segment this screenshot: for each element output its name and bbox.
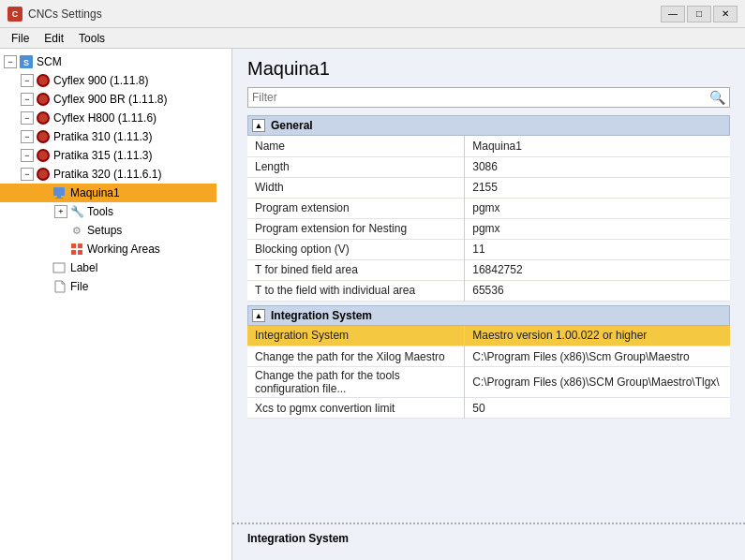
tree-item-file[interactable]: File	[0, 277, 216, 296]
svg-rect-3	[57, 196, 61, 198]
prop-name-name: Name	[247, 136, 465, 156]
tree-label-scm: SCM	[37, 55, 62, 68]
collapse-integration[interactable]: ▲	[252, 309, 265, 322]
table-row: Program extension for Nesting pgmx	[247, 218, 730, 239]
menu-file[interactable]: File	[4, 30, 37, 47]
machine-icon-pratika320	[36, 167, 51, 182]
machine-icon-cyflex900	[36, 73, 51, 88]
table-row: Change the path for the Xilog Maestro C:…	[247, 346, 730, 367]
expand-pratika315[interactable]: −	[21, 149, 34, 162]
expand-cyflex800[interactable]: −	[21, 111, 34, 125]
tree-item-label[interactable]: Label	[0, 258, 216, 277]
section-general: ▲ General	[247, 115, 730, 136]
expand-pratika310[interactable]: −	[21, 130, 34, 143]
prop-name-xcslimit: Xcs to pgmx convertion limit	[247, 398, 465, 419]
expand-cyflex900[interactable]: −	[21, 74, 34, 87]
svg-rect-9	[53, 263, 65, 273]
right-panel: Maquina1 🔍 ▲ General Name Maquina1 Lengt…	[232, 49, 745, 560]
tree-label-cyflex800: Cyflex H800 (1.11.6)	[53, 111, 156, 125]
machine-icon-pratika315	[36, 148, 51, 163]
prop-name-xilog: Change the path for the Xilog Maestro	[247, 346, 465, 367]
svg-rect-8	[78, 250, 82, 255]
tools-icon: 🔧	[69, 204, 84, 219]
section-general-label: General	[271, 119, 313, 132]
tree-item-pratika320[interactable]: − Pratika 320 (1.11.6.1)	[0, 165, 216, 184]
prop-name-blocking: Blocking option (V)	[247, 239, 465, 259]
window-title: CNCs Settings	[28, 7, 661, 21]
menu-edit[interactable]: Edit	[37, 30, 71, 47]
tree-label-workingareas: Working Areas	[87, 243, 160, 256]
svg-rect-2	[53, 187, 65, 196]
table-row: Xcs to pgmx convertion limit 50	[247, 398, 730, 419]
tree-item-maquina1[interactable]: Maquina1	[0, 184, 216, 202]
prop-name-progext: Program extension	[247, 198, 465, 218]
table-row: Blocking option (V) 11	[247, 239, 730, 259]
prop-value-intsys: Maestro version 1.00.022 or higher	[465, 326, 730, 346]
maximize-button[interactable]: □	[687, 6, 711, 22]
prop-name-tbined: T for bined field area	[247, 259, 465, 280]
tree-label-setups: Setups	[87, 224, 122, 237]
prop-name-length: Length	[247, 156, 465, 177]
table-row: Width 2155	[247, 177, 730, 198]
table-row: T for bined field area 16842752	[247, 259, 730, 280]
prop-value-progext: pgmx	[465, 198, 730, 218]
svg-text:S: S	[23, 58, 29, 67]
filter-input[interactable]	[252, 91, 709, 104]
label-icon	[52, 260, 67, 275]
expand-pratika320[interactable]: −	[21, 168, 34, 181]
prop-value-progextnesting: pgmx	[465, 218, 730, 239]
menu-tools[interactable]: Tools	[71, 30, 112, 47]
status-text: Integration System	[247, 532, 349, 545]
title-bar: C CNCs Settings — □ ✕	[0, 0, 745, 28]
section-integration: ▲ Integration System	[247, 305, 730, 326]
machine-icon-pratika310	[36, 129, 51, 144]
tree-label-cyflex900br: Cyflex 900 BR (1.11.8)	[53, 93, 167, 106]
prop-value-xilog: C:\Program Files (x86)\Scm Group\Maestro	[465, 346, 730, 367]
table-row: Change the path for the tools configurat…	[247, 367, 730, 398]
prop-name-toolsconfig: Change the path for the tools configurat…	[247, 367, 465, 398]
table-row: Length 3086	[247, 156, 730, 177]
table-row: Program extension pgmx	[247, 198, 730, 218]
tree-item-pratika315[interactable]: − Pratika 315 (1.11.3)	[0, 146, 216, 165]
prop-name-width: Width	[247, 177, 465, 198]
tree-label-label: Label	[70, 261, 97, 274]
integration-table: Integration System Maestro version 1.00.…	[247, 326, 730, 420]
main-layout: − S SCM − Cyflex 900 (1.11.8) −	[0, 49, 745, 560]
menu-bar: File Edit Tools	[0, 28, 745, 49]
tree-item-setups[interactable]: ⚙ Setups	[0, 221, 216, 240]
table-row: Name Maquina1	[247, 136, 730, 156]
grid-icon	[69, 242, 84, 257]
app-icon: C	[7, 7, 22, 22]
panel-title: Maquina1	[232, 49, 745, 87]
prop-name-tindividual: T to the field with individual area	[247, 280, 465, 301]
close-button[interactable]: ✕	[713, 6, 738, 22]
machine-icon-cyflex900br	[36, 92, 51, 107]
computer-icon-maquina1	[52, 185, 67, 200]
table-row: Integration System Maestro version 1.00.…	[247, 326, 730, 346]
collapse-general[interactable]: ▲	[252, 119, 265, 132]
tree-item-cyflex900br[interactable]: − Cyflex 900 BR (1.11.8)	[0, 90, 216, 109]
expand-scm[interactable]: −	[4, 55, 17, 68]
filter-bar: 🔍	[247, 87, 730, 108]
prop-value-length: 3086	[465, 156, 730, 177]
minimize-button[interactable]: —	[661, 6, 685, 22]
tree-label-file: File	[70, 280, 88, 293]
search-icon: 🔍	[709, 90, 725, 105]
tree-item-cyflex800[interactable]: − Cyflex H800 (1.11.6)	[0, 109, 216, 127]
tree-item-tools[interactable]: + 🔧 Tools	[0, 202, 216, 221]
svg-rect-4	[55, 198, 63, 199]
tree-label-pratika320: Pratika 320 (1.11.6.1)	[53, 168, 161, 181]
svg-rect-5	[71, 243, 76, 248]
expand-tools[interactable]: +	[54, 205, 67, 218]
tree-item-workingareas[interactable]: Working Areas	[0, 240, 216, 258]
status-bar: Integration System	[232, 523, 745, 560]
svg-rect-7	[71, 250, 76, 255]
prop-value-blocking: 11	[465, 239, 730, 259]
file-icon	[52, 279, 67, 294]
tree-item-pratika310[interactable]: − Pratika 310 (1.11.3)	[0, 127, 216, 146]
expand-cyflex900br[interactable]: −	[21, 93, 34, 106]
properties-container: ▲ General Name Maquina1 Length 3086 Widt…	[232, 115, 745, 523]
tree-item-scm[interactable]: − S SCM	[0, 52, 216, 71]
tree-item-cyflex900[interactable]: − Cyflex 900 (1.11.8)	[0, 71, 216, 90]
tree: − S SCM − Cyflex 900 (1.11.8) −	[0, 49, 216, 300]
